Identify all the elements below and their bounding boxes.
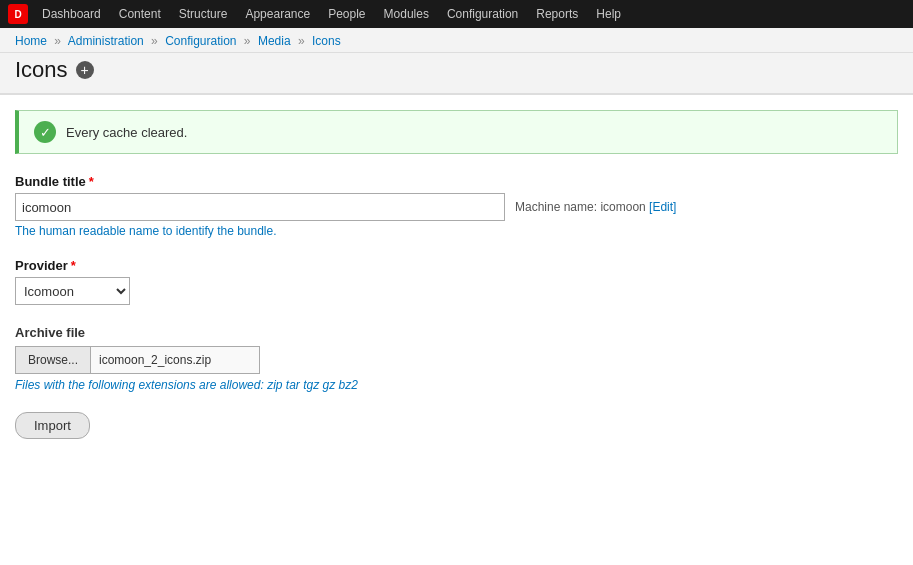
archive-file-label: Archive file bbox=[15, 325, 898, 340]
provider-label: Provider* bbox=[15, 258, 898, 273]
breadcrumb: Home » Administration » Configuration » … bbox=[15, 34, 898, 48]
top-navigation: D Dashboard Content Structure Appearance… bbox=[0, 0, 913, 28]
nav-appearance[interactable]: Appearance bbox=[237, 3, 318, 25]
success-message-banner: ✓ Every cache cleared. bbox=[15, 110, 898, 154]
breadcrumb-media[interactable]: Media bbox=[258, 34, 291, 48]
page-title-area: Icons + bbox=[0, 53, 913, 93]
nav-reports[interactable]: Reports bbox=[528, 3, 586, 25]
site-logo[interactable]: D bbox=[8, 4, 28, 24]
nav-help[interactable]: Help bbox=[588, 3, 629, 25]
provider-section: Provider* Icomoon FontAwesome Custom bbox=[15, 258, 898, 305]
file-input-area: Browse... icomoon_2_icons.zip bbox=[15, 346, 898, 374]
main-content: ✓ Every cache cleared. Bundle title* Mac… bbox=[0, 95, 913, 454]
breadcrumb-home[interactable]: Home bbox=[15, 34, 47, 48]
breadcrumb-sep-2: » bbox=[151, 34, 158, 48]
nav-configuration[interactable]: Configuration bbox=[439, 3, 526, 25]
bundle-title-input-row: Machine name: icomoon [Edit] bbox=[15, 193, 898, 221]
allowed-extensions-text: Files with the following extensions are … bbox=[15, 378, 898, 392]
nav-people[interactable]: People bbox=[320, 3, 373, 25]
nav-content[interactable]: Content bbox=[111, 3, 169, 25]
provider-required-star: * bbox=[71, 258, 76, 273]
machine-name-info: Machine name: icomoon [Edit] bbox=[515, 200, 676, 214]
breadcrumb-icons[interactable]: Icons bbox=[312, 34, 341, 48]
bundle-title-label: Bundle title* bbox=[15, 174, 898, 189]
breadcrumb-administration[interactable]: Administration bbox=[68, 34, 144, 48]
import-button[interactable]: Import bbox=[15, 412, 90, 439]
bundle-title-input[interactable] bbox=[15, 193, 505, 221]
breadcrumb-configuration[interactable]: Configuration bbox=[165, 34, 236, 48]
breadcrumb-sep-1: » bbox=[54, 34, 61, 48]
bundle-title-section: Bundle title* Machine name: icomoon [Edi… bbox=[15, 174, 898, 238]
bundle-title-description: The human readable name to identify the … bbox=[15, 224, 898, 238]
browse-button[interactable]: Browse... bbox=[15, 346, 90, 374]
required-star: * bbox=[89, 174, 94, 189]
success-message-text: Every cache cleared. bbox=[66, 125, 187, 140]
nav-structure[interactable]: Structure bbox=[171, 3, 236, 25]
breadcrumb-sep-3: » bbox=[244, 34, 251, 48]
breadcrumb-area: Home » Administration » Configuration » … bbox=[0, 28, 913, 53]
file-name-display: icomoon_2_icons.zip bbox=[90, 346, 260, 374]
extensions-list: zip tar tgz gz bz2 bbox=[267, 378, 358, 392]
add-icon-button[interactable]: + bbox=[76, 61, 94, 79]
nav-dashboard[interactable]: Dashboard bbox=[34, 3, 109, 25]
success-icon: ✓ bbox=[34, 121, 56, 143]
page-title: Icons bbox=[15, 57, 68, 83]
breadcrumb-sep-4: » bbox=[298, 34, 305, 48]
machine-name-edit-link[interactable]: [Edit] bbox=[649, 200, 676, 214]
archive-file-section: Archive file Browse... icomoon_2_icons.z… bbox=[15, 325, 898, 392]
provider-select[interactable]: Icomoon FontAwesome Custom bbox=[15, 277, 130, 305]
nav-modules[interactable]: Modules bbox=[376, 3, 437, 25]
